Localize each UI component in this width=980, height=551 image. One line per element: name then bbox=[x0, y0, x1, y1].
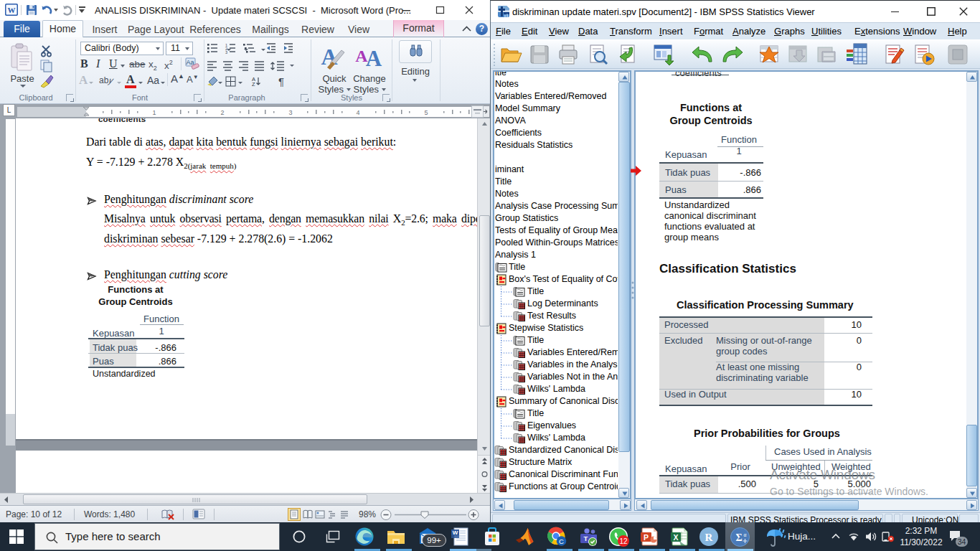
svg-text:P: P bbox=[644, 533, 649, 542]
svg-text:2: 2 bbox=[220, 109, 224, 116]
svg-text:T: T bbox=[584, 534, 588, 542]
svg-text:4: 4 bbox=[356, 109, 359, 116]
svg-text:5: 5 bbox=[424, 109, 428, 116]
svg-text:Aa: Aa bbox=[186, 59, 194, 66]
svg-text:1: 1 bbox=[152, 109, 156, 116]
svg-text:3: 3 bbox=[288, 109, 292, 116]
svg-text:R: R bbox=[705, 532, 713, 543]
svg-text:W: W bbox=[8, 6, 16, 14]
svg-text:X: X bbox=[673, 533, 678, 542]
svg-text:C: C bbox=[559, 537, 564, 545]
svg-text:Σ: Σ bbox=[735, 532, 742, 543]
svg-text:A: A bbox=[366, 46, 382, 71]
svg-text:¶: ¶ bbox=[278, 75, 284, 87]
svg-text:α: α bbox=[744, 532, 747, 538]
svg-text:Z: Z bbox=[252, 81, 255, 87]
svg-text:W: W bbox=[453, 529, 458, 536]
svg-text:12: 12 bbox=[619, 537, 628, 545]
